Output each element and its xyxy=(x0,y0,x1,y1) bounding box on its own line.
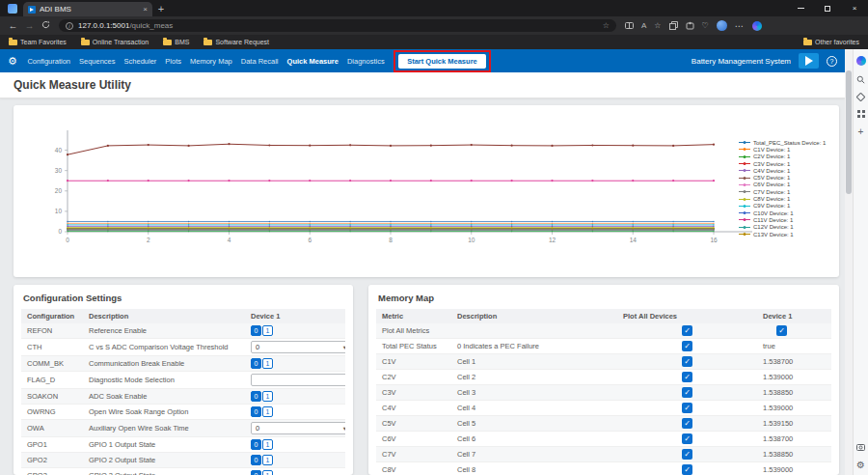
toggle-gpo3[interactable]: 01 xyxy=(251,470,273,475)
shopping-icon[interactable] xyxy=(857,94,864,100)
config-name: REFON xyxy=(21,323,83,339)
address-bar[interactable]: i 127.0.0.1:5001/quick_meas ☆ xyxy=(59,19,616,32)
legend-item-c7v-device-1[interactable]: C7V Device: 1 xyxy=(739,188,833,195)
read-aloud-icon[interactable]: A xyxy=(641,22,646,30)
toggle-option-0[interactable]: 0 xyxy=(251,455,261,465)
toggle-option-0[interactable]: 0 xyxy=(251,470,261,475)
nav-item-sequences[interactable]: Sequences xyxy=(75,57,121,66)
toggle-refon[interactable]: 01 xyxy=(251,325,273,336)
scrollbar-thumb[interactable] xyxy=(846,70,852,194)
toggle-option-1[interactable]: 1 xyxy=(262,455,273,465)
checkbox-plot-all[interactable] xyxy=(682,387,692,398)
copilot-icon[interactable] xyxy=(856,56,866,66)
toggle-gpo2[interactable]: 01 xyxy=(251,455,273,465)
nav-item-memory-map[interactable]: Memory Map xyxy=(186,57,237,66)
checkbox-plot-all[interactable] xyxy=(682,418,692,429)
nav-item-plots[interactable]: Plots xyxy=(161,57,186,66)
site-info-icon[interactable]: i xyxy=(66,22,73,30)
collections-icon[interactable] xyxy=(669,21,678,30)
legend-item-c5v-device-1[interactable]: C5V Device: 1 xyxy=(739,174,833,181)
nav-item-scheduler[interactable]: Scheduler xyxy=(120,57,161,66)
toggle-option-1[interactable]: 1 xyxy=(262,325,273,336)
page-scrollbar[interactable] xyxy=(845,49,853,475)
svg-text:8: 8 xyxy=(389,237,393,243)
back-button[interactable]: ← xyxy=(5,20,21,31)
column-header-plot-all-devices: Plot All Devices xyxy=(617,309,757,323)
minimize-button[interactable] xyxy=(787,0,814,16)
checkbox-plot-all[interactable] xyxy=(682,372,692,382)
legend-item-c10v-device-1[interactable]: C10V Device: 1 xyxy=(739,210,833,216)
split-screen-icon[interactable] xyxy=(625,21,634,30)
legend-item-total-pec-status-device-1[interactable]: Total_PEC_Status Device: 1 xyxy=(739,139,833,146)
checkbox-plot-all[interactable] xyxy=(682,464,692,475)
screenshot-icon[interactable] xyxy=(856,443,865,451)
select-owa[interactable]: 0▾ xyxy=(251,422,345,434)
toggle-owrng[interactable]: 01 xyxy=(251,406,273,417)
legend-item-c4v-device-1[interactable]: C4V Device: 1 xyxy=(739,167,833,174)
settings-gear-icon[interactable]: ⚙ xyxy=(856,461,865,470)
legend-item-c6v-device-1[interactable]: C6V Device: 1 xyxy=(739,182,833,188)
legend-item-c3v-device-1[interactable]: C3V Device: 1 xyxy=(739,160,833,167)
nav-item-quick-measure[interactable]: Quick Measure xyxy=(283,57,342,66)
checkbox-plot-all[interactable] xyxy=(682,403,692,413)
workspaces-icon[interactable] xyxy=(8,4,17,14)
add-icon[interactable]: + xyxy=(858,127,864,137)
legend-item-c11v-device-1[interactable]: C11V Device: 1 xyxy=(739,216,833,223)
browser-essentials-icon[interactable]: ♡ xyxy=(702,22,709,30)
legend-item-c8v-device-1[interactable]: C8V Device: 1 xyxy=(739,195,833,202)
start-quick-measure-button[interactable]: Start Quick Measure xyxy=(398,54,486,69)
favorite-online-transaction[interactable]: Online Transaction xyxy=(81,39,149,45)
checkbox-plot-all[interactable] xyxy=(682,356,692,367)
other-favorites[interactable]: Other favorites xyxy=(803,39,859,45)
legend-item-c12v-device-1[interactable]: C12V Device: 1 xyxy=(739,224,833,231)
favorite-team-favorites[interactable]: Team Favorites xyxy=(9,39,67,45)
profile-avatar[interactable] xyxy=(717,20,727,31)
toggle-option-0[interactable]: 0 xyxy=(251,439,261,450)
forward-button[interactable]: → xyxy=(21,20,38,31)
favorite-bms[interactable]: BMS xyxy=(163,39,189,45)
toggle-comm-bk[interactable]: 01 xyxy=(251,358,273,369)
legend-item-c9v-device-1[interactable]: C9V Device: 1 xyxy=(739,203,833,210)
checkbox-device1[interactable] xyxy=(776,325,787,336)
nav-item-data-recall[interactable]: Data Recall xyxy=(236,57,283,66)
toggle-option-0[interactable]: 0 xyxy=(251,406,261,417)
nav-item-diagnostics[interactable]: Diagnostics xyxy=(342,57,389,66)
checkbox-plot-all[interactable] xyxy=(682,341,692,351)
legend-item-c13v-device-1[interactable]: C13V Device: 1 xyxy=(739,231,833,238)
toggle-option-0[interactable]: 0 xyxy=(251,325,261,336)
refresh-button[interactable] xyxy=(38,20,54,31)
checkbox-plot-all[interactable] xyxy=(682,449,692,460)
toggle-option-1[interactable]: 1 xyxy=(262,391,273,402)
new-tab-button[interactable]: + xyxy=(152,3,170,16)
search-icon[interactable] xyxy=(856,75,865,84)
browser-tab[interactable]: ADI BMS × xyxy=(23,2,152,16)
toggle-option-0[interactable]: 0 xyxy=(251,391,261,402)
input-flag-d[interactable] xyxy=(251,374,345,386)
favorite-software-request[interactable]: Software Request xyxy=(203,39,269,45)
legend-item-c2v-device-1[interactable]: C2V Device: 1 xyxy=(739,154,833,160)
help-icon[interactable]: ? xyxy=(827,56,837,67)
settings-more-icon[interactable]: ⋯ xyxy=(735,21,745,31)
toggle-option-1[interactable]: 1 xyxy=(262,470,273,475)
select-cth[interactable]: 0▾ xyxy=(251,341,345,353)
toggle-option-0[interactable]: 0 xyxy=(251,358,261,369)
folder-icon xyxy=(9,40,17,45)
toggle-option-1[interactable]: 1 xyxy=(262,358,273,369)
toggle-soakon[interactable]: 01 xyxy=(251,391,273,402)
toggle-gpo1[interactable]: 01 xyxy=(251,439,273,450)
checkbox-plot-all[interactable] xyxy=(682,325,692,336)
favorites-icon[interactable]: ☆ xyxy=(654,22,661,30)
toggle-option-1[interactable]: 1 xyxy=(262,406,273,417)
close-button[interactable]: × xyxy=(841,0,868,16)
maximize-button[interactable] xyxy=(814,0,841,16)
copilot-icon[interactable] xyxy=(752,21,762,31)
bookmark-star-icon[interactable]: ☆ xyxy=(603,22,610,30)
apps-icon[interactable] xyxy=(857,110,865,118)
checkbox-plot-all[interactable] xyxy=(682,433,692,444)
legend-item-c1v-device-1[interactable]: C1V Device: 1 xyxy=(739,146,833,153)
tab-close-icon[interactable]: × xyxy=(143,6,148,14)
gear-icon[interactable]: ⚙ xyxy=(8,56,17,67)
nav-item-configuration[interactable]: Configuration xyxy=(23,57,75,66)
toggle-option-1[interactable]: 1 xyxy=(262,439,273,450)
extensions-icon[interactable] xyxy=(686,21,694,30)
